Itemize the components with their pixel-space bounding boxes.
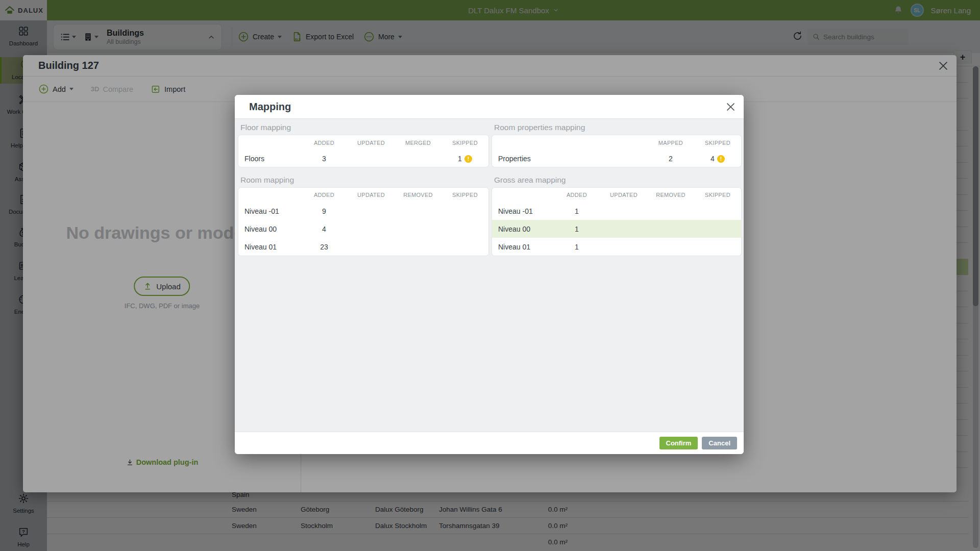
added-value: 1 [553,225,600,233]
table-row: Niveau 01 1 [492,238,741,256]
close-icon[interactable] [727,103,734,111]
added-value: 1 [553,207,600,215]
table-row: Niveau -01 9 [238,202,488,220]
gross-area-mapping-card: ADDED UPDATED REMOVED SKIPPED Niveau -01… [492,188,741,256]
section-title: Floor mapping [238,123,488,135]
gross-area-mapping-section: Gross area mapping ADDED UPDATED REMOVED… [492,176,741,256]
row-label: Properties [492,155,647,163]
room-mapping-section: Room mapping ADDED UPDATED REMOVED SKIPP… [238,176,488,256]
skipped-value: 1 [458,155,462,163]
room-properties-mapping-section: Room properties mapping MAPPED SKIPPED P… [492,123,741,167]
row-label: Niveau 00 [492,225,553,233]
column-header: REMOVED [647,192,694,198]
row-label: Niveau -01 [238,207,301,215]
mapping-modal-footer: Confirm Cancel [235,432,744,454]
row-label: Niveau 00 [238,225,301,233]
table-header-row: MAPPED SKIPPED [492,135,741,151]
skipped-value-cell: 4 ! [694,155,741,163]
table-row: Niveau 01 23 [238,238,488,256]
table-row-highlighted: Niveau 00 1 [492,220,741,238]
room-properties-card: MAPPED SKIPPED Properties 2 4 ! [492,135,741,167]
column-header: UPDATED [348,140,395,146]
skipped-value: 4 [710,155,715,163]
mapping-modal-header: Mapping [235,95,744,119]
table-row: Floors 3 1 ! [238,151,488,167]
table-header-row: ADDED UPDATED REMOVED SKIPPED [238,188,488,202]
added-value: 3 [301,155,348,163]
table-row: Niveau 00 4 [238,220,488,238]
table-header-row: ADDED UPDATED MERGED SKIPPED [238,135,488,151]
room-mapping-card: ADDED UPDATED REMOVED SKIPPED Niveau -01… [238,188,488,256]
added-value: 4 [301,225,348,233]
row-label: Niveau 01 [238,243,301,251]
column-header: ADDED [301,140,348,146]
column-header: ADDED [301,192,348,198]
column-header: MAPPED [647,140,694,146]
floor-mapping-section: Floor mapping ADDED UPDATED MERGED SKIPP… [238,123,488,167]
row-label: Niveau 01 [492,243,553,251]
column-header: ADDED [553,192,600,198]
cancel-button[interactable]: Cancel [702,437,737,449]
warning-icon[interactable]: ! [464,155,472,163]
mapping-modal: Mapping Floor mapping ADDED UPDATED MERG… [235,95,744,454]
table-header-row: ADDED UPDATED REMOVED SKIPPED [492,188,741,202]
row-label: Niveau -01 [492,207,553,215]
column-header: SKIPPED [694,140,741,146]
column-header: MERGED [395,140,442,146]
table-row: Niveau -01 1 [492,202,741,220]
column-header: REMOVED [395,192,442,198]
added-value: 1 [553,243,600,251]
mapping-modal-title: Mapping [249,101,291,113]
added-value: 9 [301,207,348,215]
row-label: Floors [238,155,301,163]
column-header: UPDATED [348,192,395,198]
section-title: Room mapping [238,176,488,188]
added-value: 23 [301,243,348,251]
warning-icon[interactable]: ! [717,155,725,163]
app-root: DALUX DLT Dalux FM Sandbox SL Søren Lang… [0,0,980,551]
column-header: SKIPPED [442,140,488,146]
mapped-value: 2 [647,155,694,163]
skipped-value-cell: 1 ! [442,155,488,163]
column-header: SKIPPED [442,192,488,198]
table-row: Properties 2 4 ! [492,151,741,167]
floor-mapping-card: ADDED UPDATED MERGED SKIPPED Floors 3 1 … [238,135,488,167]
section-title: Room properties mapping [492,123,741,135]
column-header: SKIPPED [694,192,741,198]
section-title: Gross area mapping [492,176,741,188]
confirm-button[interactable]: Confirm [659,437,698,449]
column-header: UPDATED [600,192,647,198]
